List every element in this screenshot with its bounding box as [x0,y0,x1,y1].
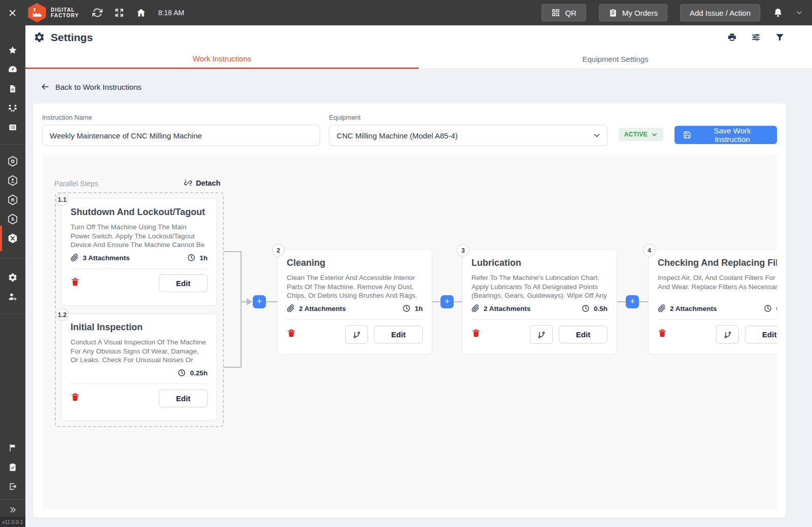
audit-clipboard-icon [8,463,17,472]
svg-text:$: $ [11,216,14,222]
hex-tools-icon [7,233,18,244]
step-attachments: 2 Attachments [658,304,717,312]
step-card[interactable]: 4 Checking And Replacing Filters Inspect… [648,249,777,355]
delete-step-button[interactable] [71,277,80,289]
notifications-bell-icon[interactable] [773,8,783,18]
sidebar-item-user-settings[interactable] [0,287,25,306]
connector-line [241,251,242,368]
user-menu-chevron-icon[interactable] [796,9,803,16]
trash-icon [658,329,667,338]
branch-step-button[interactable] [345,325,368,344]
step-card[interactable]: 2 Cleaning Clean The Exterior And Access… [277,249,432,355]
clock-icon [582,304,590,312]
sidebar-item-module-maintenance[interactable]: B [0,190,25,209]
workflow-canvas: Parallel Steps Detach 1.1 Shutdown And L… [43,155,777,509]
hex-finance-icon: $ [7,214,18,225]
sidebar-item-module-operator[interactable] [0,171,25,190]
sidebar-collapse[interactable] [0,503,25,517]
edit-step-button[interactable]: Edit [559,326,607,343]
sidebar-item-checklist[interactable] [0,118,25,137]
delete-step-button[interactable] [471,329,481,340]
app-logo[interactable]: DIGITAL FACTORY [27,3,79,23]
delete-step-button[interactable] [287,329,296,340]
arrow-left-icon [41,82,50,91]
add-issue-action-button[interactable]: Add Issue / Action [680,4,760,21]
add-step-button[interactable]: + [253,295,266,308]
delete-step-button[interactable] [71,393,80,404]
sidebar-item-handover[interactable] [0,98,25,118]
step-number-badge: 3 [457,244,469,257]
add-step-button[interactable]: + [626,295,639,308]
branch-icon [724,331,732,339]
step-number-badge: 4 [643,244,656,257]
step-attachments: 3 Attachments [71,254,130,262]
sidebar-item-audit[interactable] [0,458,25,477]
filter-icon[interactable] [775,32,785,42]
close-icon[interactable] [8,9,17,17]
sidebar-item-module-tools[interactable] [0,229,25,248]
step-title: Initial Inspection [71,322,208,333]
back-to-work-instructions-link[interactable]: Back to Work Instructions [41,82,142,91]
sidebar-item-flags[interactable] [0,438,25,458]
trash-icon [471,329,481,338]
instruction-name-label: Instruction Name [42,114,320,121]
step-number-badge: 1.1 [56,193,69,206]
sidebar-item-logout[interactable] [0,477,25,496]
collapse-chevrons-icon [9,506,17,514]
sidebar-item-module-finance[interactable]: $ [0,209,25,229]
step-duration: 0.25h [764,304,777,312]
my-orders-button[interactable]: My Orders [599,4,667,21]
step-card[interactable]: 1.2 Initial Inspection Conduct A Visual … [61,313,217,421]
page-title: Settings [33,31,93,44]
step-attachments: 2 Attachments [471,304,531,312]
step-description: Inspect Air, Oil, And Coolant Filters Fo… [658,273,777,300]
tab-equipment-settings[interactable]: Equipment Settings [419,49,812,69]
tab-bar: Work Instructions Equipment Settings [25,49,812,69]
sidebar-item-documents[interactable] [0,79,25,98]
step-card[interactable]: 1.1 Shutdown And Lockout/Tagout Turn Off… [61,198,217,306]
print-icon[interactable] [727,32,737,42]
tune-icon[interactable] [751,32,761,42]
clock-icon [178,369,186,377]
edit-step-button[interactable]: Edit [374,326,423,343]
edit-step-button[interactable]: Edit [159,390,208,407]
edit-step-button[interactable]: Edit [159,274,208,292]
sidebar-item-module-gear[interactable] [0,152,25,171]
save-work-instruction-button[interactable]: Save Work Instruction [674,126,777,144]
branch-step-button[interactable] [530,325,553,344]
expand-icon[interactable] [114,8,124,18]
main-area: Settings Work Instructions Equipment Set… [25,25,812,527]
hex-gear-icon [7,156,18,167]
add-step-button[interactable]: + [441,295,454,308]
sidebar-item-dashboard[interactable] [0,60,25,79]
instruction-name-input[interactable] [42,125,320,146]
top-bar: DIGITAL FACTORY 8:18 AM QR My Orders Add… [0,0,812,25]
step-card[interactable]: 3 Lubrication Refer To The Machine’s Lub… [462,249,617,355]
settings-gear-icon [8,272,18,283]
step-description: Refer To The Machine’s Lubrication Chart… [471,273,607,300]
step-title: Lubrication [471,258,607,268]
step-description: Conduct A Visual Inspection Of The Machi… [71,338,208,365]
status-badge[interactable]: ACTIVE [619,128,663,141]
branch-icon [353,331,361,339]
parallel-steps-label: Parallel Steps [54,180,98,188]
sidebar-item-favorites[interactable] [0,41,25,60]
paperclip-icon [287,304,295,312]
connector-line [224,367,241,368]
home-icon[interactable] [136,8,146,18]
refresh-icon[interactable] [92,8,103,18]
qr-button[interactable]: QR [542,4,586,21]
edit-step-button[interactable]: Edit [745,326,777,343]
step-description: Turn Off The Machine Using The Main Powe… [71,223,208,250]
step-duration: 1h [187,254,208,262]
page-header: Settings [25,25,812,49]
equipment-select-value[interactable] [329,125,607,146]
tab-work-instructions[interactable]: Work Instructions [25,49,419,69]
delete-step-button[interactable] [658,329,667,340]
step-duration: 0.5h [582,304,607,312]
connector-line [266,301,277,302]
sidebar-item-settings[interactable] [0,268,25,287]
detach-button[interactable]: Detach [184,179,220,187]
branch-step-button[interactable] [716,325,739,344]
equipment-select[interactable] [329,125,607,146]
